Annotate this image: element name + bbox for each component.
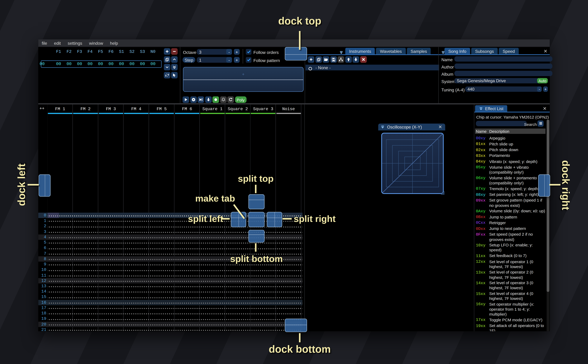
effect-row-04xy[interactable]: 04xyVibrato (x: speed; y: depth) xyxy=(476,159,546,164)
effect-row-0Bxx[interactable]: 0BxxJump to pattern xyxy=(476,214,546,220)
split-top-button[interactable] xyxy=(248,194,264,209)
tab-song-info[interactable]: Song Info xyxy=(444,48,470,55)
record-button[interactable] xyxy=(212,97,219,103)
effect-list-close-icon[interactable]: ✕ xyxy=(543,106,547,111)
step-minus-button[interactable]: - xyxy=(226,57,232,63)
pattern-row-14[interactable]: 14 xyxy=(38,289,303,294)
effect-row-16xy[interactable]: 16xySet operator multiplier (x: operator… xyxy=(476,302,546,317)
minus-button[interactable] xyxy=(171,48,178,55)
collapse-icon[interactable] xyxy=(339,49,344,54)
chevrons-down-button[interactable] xyxy=(171,64,178,70)
menu-item-settings[interactable]: settings xyxy=(64,39,86,47)
make-tab-button[interactable] xyxy=(248,212,264,227)
name-input[interactable] xyxy=(455,56,552,62)
menu-item-edit[interactable]: edit xyxy=(51,39,64,47)
empty-pattern-cells[interactable] xyxy=(47,316,303,322)
order-cell[interactable]: 00 xyxy=(129,62,134,66)
tuning-input[interactable]: 440 xyxy=(465,86,540,92)
pattern-row-15[interactable]: 15 xyxy=(38,294,303,300)
empty-pattern-cells[interactable] xyxy=(47,300,303,305)
pattern-row-17[interactable]: 17 xyxy=(38,305,303,311)
tuning-minus-button[interactable]: - xyxy=(537,86,542,92)
order-cell[interactable]: 00 xyxy=(87,62,92,66)
pattern-row-16[interactable]: 16 xyxy=(38,300,303,305)
oscilloscope-titlebar[interactable]: Oscilloscope (X-Y) ✕ xyxy=(378,124,445,130)
menu-item-file[interactable]: file xyxy=(38,39,51,47)
pattern-row-10[interactable]: 10 xyxy=(38,267,303,273)
order-cell[interactable]: 00 xyxy=(77,62,82,66)
effect-row-02xx[interactable]: 02xxPitch slide down xyxy=(476,147,546,153)
empty-pattern-cells[interactable] xyxy=(47,305,303,311)
effect-row-11xx[interactable]: 11xxSet feedback (0 to 7) xyxy=(476,253,546,259)
effect-row-06xy[interactable]: 06xyVolume slide + portamento (compatibi… xyxy=(476,175,546,186)
effect-row-0Fxx[interactable]: 0FxxSet speed (speed 2 if no grooves exi… xyxy=(476,232,546,242)
bell-button[interactable] xyxy=(220,97,226,103)
dock-left-button[interactable] xyxy=(39,175,50,197)
unlink-button[interactable] xyxy=(164,72,171,78)
plus-button[interactable] xyxy=(164,48,171,55)
effect-row-17xx[interactable]: 17xxToggle PCM mode (LEGACY) xyxy=(476,317,546,323)
empty-pattern-cells[interactable] xyxy=(47,278,303,283)
octave-input[interactable]: 3 xyxy=(197,49,229,55)
effect-row-13xx[interactable]: 13xxSet level of operator 2 (0 highest, … xyxy=(476,270,546,280)
effect-row-12xx[interactable]: 12xxSet level of operator 1 (0 highest, … xyxy=(476,259,546,269)
pattern-row-12[interactable]: 12 xyxy=(38,278,303,283)
empty-pattern-cells[interactable] xyxy=(47,311,303,316)
song-info-close-icon[interactable]: ✕ xyxy=(543,49,547,54)
collapse-icon[interactable] xyxy=(479,107,483,111)
play-skip-button[interactable] xyxy=(198,97,204,103)
pattern-row-21[interactable]: 21 xyxy=(38,327,303,331)
empty-pattern-cells[interactable] xyxy=(47,245,303,251)
empty-pattern-cells[interactable] xyxy=(47,322,303,327)
effect-row-09xx[interactable]: 09xxSet groove pattern (speed 1 if no gr… xyxy=(476,198,546,208)
effect-row-03xx[interactable]: 03xxPortamento xyxy=(476,153,546,158)
split-right-button[interactable] xyxy=(267,212,282,227)
tab-speed[interactable]: Speed xyxy=(499,48,519,55)
pattern-row-11[interactable]: 11 xyxy=(38,273,303,278)
empty-pattern-cells[interactable] xyxy=(47,327,303,331)
oscilloscope-resize-grip[interactable] xyxy=(441,191,444,195)
note-input-preview[interactable]: + xyxy=(183,67,304,92)
step-input[interactable]: 1 xyxy=(197,57,229,63)
play-button[interactable] xyxy=(183,97,189,103)
oscilloscope-close-icon[interactable]: ✕ xyxy=(438,125,442,129)
dock-top-button[interactable] xyxy=(285,47,307,60)
effect-row-14xx[interactable]: 14xxSet level of operator 3 (0 highest, … xyxy=(476,280,546,290)
x-button[interactable] xyxy=(360,56,367,63)
order-row-index[interactable]: 00 xyxy=(40,62,45,66)
pattern-cursor-cell[interactable] xyxy=(48,213,59,218)
save-button[interactable] xyxy=(330,56,337,63)
chevron-down-button[interactable] xyxy=(164,64,171,70)
tuning-plus-button[interactable]: + xyxy=(543,86,548,92)
effect-row-0Dxx[interactable]: 0DxxJump to next pattern xyxy=(476,226,546,231)
empty-pattern-cells[interactable] xyxy=(47,283,303,289)
split-bottom-button[interactable] xyxy=(248,230,264,242)
order-cell[interactable]: 00 xyxy=(66,62,72,66)
menu-item-help[interactable]: help xyxy=(106,39,121,47)
order-cell[interactable]: 00 xyxy=(98,62,103,66)
tab-samples[interactable]: Samples xyxy=(407,48,431,55)
octave-minus-button[interactable]: - xyxy=(226,49,232,55)
empty-pattern-cells[interactable] xyxy=(47,289,303,294)
tab-wavetables[interactable]: Wavetables xyxy=(376,48,406,55)
cursor-button[interactable] xyxy=(171,72,178,78)
oscilloscope-window[interactable]: Oscilloscope (X-Y) ✕ xyxy=(378,124,445,195)
plus-button[interactable] xyxy=(308,56,314,63)
effect-row-15xx[interactable]: 15xxSet level of operator 4 (0 highest, … xyxy=(476,291,546,301)
dock-right-button[interactable] xyxy=(538,175,550,197)
menu-item-window[interactable]: window xyxy=(86,39,106,47)
pattern-row-6[interactable]: 6 xyxy=(38,245,303,251)
repeat-button[interactable] xyxy=(227,97,234,103)
pattern-row-20[interactable]: 20 xyxy=(38,322,303,327)
empty-pattern-cells[interactable] xyxy=(47,273,303,278)
effect-row-00xy[interactable]: 00xyArpeggio xyxy=(476,136,546,141)
author-input[interactable] xyxy=(455,64,552,69)
tab-effect-list[interactable]: Effect List xyxy=(475,105,507,112)
order-cell[interactable]: 00 xyxy=(56,62,61,66)
pattern-row-18[interactable]: 18 xyxy=(38,311,303,316)
pattern-row-19[interactable]: 19 xyxy=(38,316,303,322)
copy-button[interactable] xyxy=(164,56,171,63)
follow-orders-checkbox[interactable] xyxy=(246,49,251,55)
effect-search-input[interactable] xyxy=(476,121,527,126)
order-cell[interactable]: 00 xyxy=(119,62,124,66)
